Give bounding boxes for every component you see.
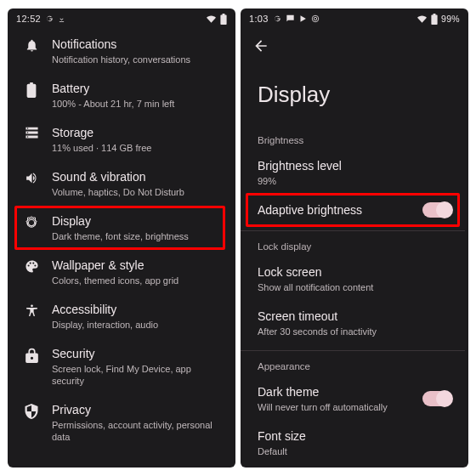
item-subtitle: Colors, themed icons, app grid	[52, 275, 222, 286]
item-subtitle: Volume, haptics, Do Not Disturb	[52, 186, 222, 198]
item-subtitle: 99%	[258, 175, 451, 187]
page-title: Display	[241, 63, 465, 130]
setting-lock-screen[interactable]: Lock screenShow all notification content	[241, 257, 465, 301]
item-title: Storage	[52, 125, 222, 140]
item-subtitle: Notification history, conversations	[52, 54, 222, 65]
back-button[interactable]	[252, 42, 269, 57]
item-title: Security	[52, 346, 222, 361]
item-title: Font size	[258, 428, 451, 444]
svg-point-3	[312, 15, 319, 22]
svg-point-1	[26, 132, 27, 133]
battery-icon	[220, 14, 227, 25]
item-title: Sound & vibration	[52, 169, 222, 184]
section-appearance-label: Appearance	[241, 356, 465, 377]
item-subtitle: Show all notification content	[258, 281, 451, 293]
auth-icon	[311, 14, 320, 23]
display-content[interactable]: Display Brightness Brightness level99% A…	[241, 29, 468, 468]
settings-item-privacy[interactable]: PrivacyPermissions, account activity, pe…	[8, 394, 232, 450]
item-title: Screen timeout	[258, 309, 451, 324]
svg-point-4	[314, 17, 316, 20]
battery-icon	[20, 82, 43, 98]
messages-icon	[286, 14, 295, 23]
status-battery-pct: 99%	[441, 14, 460, 24]
settings-item-battery[interactable]: Battery100% - About 21 hr, 7 min left	[8, 73, 232, 117]
settings-item-wallpaper[interactable]: Wallpaper & styleColors, themed icons, a…	[8, 250, 232, 294]
settings-item-security[interactable]: SecurityScreen lock, Find My Device, app…	[8, 338, 232, 394]
setting-adaptive-brightness[interactable]: Adaptive brightness	[241, 195, 465, 225]
svg-point-0	[26, 128, 27, 128]
settings-item-notifications[interactable]: NotificationsNotification history, conve…	[8, 29, 232, 73]
google-icon	[45, 14, 54, 23]
item-subtitle: Screen lock, Find My Device, app securit…	[52, 363, 222, 387]
dark-theme-toggle[interactable]	[422, 391, 451, 406]
shield-icon	[20, 404, 43, 419]
status-bar: 12:52	[8, 8, 235, 29]
status-time: 12:52	[16, 14, 41, 24]
bell-icon	[20, 38, 43, 53]
battery-icon	[431, 14, 438, 25]
item-subtitle: Will never turn off automatically	[258, 401, 416, 413]
display-settings-screen: 1:03 99% Display Brightness Brightness l…	[241, 8, 468, 468]
item-title: Dark theme	[258, 384, 416, 400]
palette-icon	[20, 259, 43, 274]
divider	[241, 230, 465, 231]
setting-brightness-level[interactable]: Brightness level99%	[241, 150, 465, 195]
settings-item-display[interactable]: DisplayDark theme, font size, brightness	[8, 206, 232, 250]
settings-item-storage[interactable]: Storage11% used · 114 GB free	[8, 117, 232, 162]
item-subtitle: Display, interaction, audio	[52, 319, 222, 331]
item-subtitle: After 30 seconds of inactivity	[258, 326, 451, 337]
storage-icon	[20, 127, 43, 139]
item-subtitle: 100% - About 21 hr, 7 min left	[52, 98, 222, 110]
setting-font-size[interactable]: Font sizeDefault	[241, 421, 465, 465]
item-title: Lock screen	[258, 264, 451, 280]
item-subtitle: Dark theme, font size, brightness	[52, 230, 222, 242]
settings-screen: 12:52 NotificationsNotification history,…	[8, 8, 235, 468]
lock-icon	[20, 348, 43, 363]
item-title: Accessibility	[52, 302, 222, 317]
download-icon	[58, 15, 65, 23]
accessibility-icon	[20, 303, 43, 318]
svg-point-2	[26, 136, 27, 137]
item-title: Display	[52, 213, 222, 229]
divider	[241, 350, 465, 351]
setting-dark-theme[interactable]: Dark themeWill never turn off automatica…	[241, 377, 465, 421]
section-brightness-label: Brightness	[241, 130, 465, 150]
item-title: Notifications	[52, 37, 222, 52]
wifi-icon	[206, 14, 217, 24]
item-title: Wallpaper & style	[52, 258, 222, 273]
item-title: Adaptive brightness	[258, 202, 416, 218]
wifi-icon	[416, 14, 428, 24]
item-subtitle: Default	[258, 445, 451, 457]
item-title: Brightness level	[258, 158, 451, 173]
setting-screen-timeout[interactable]: Screen timeoutAfter 30 seconds of inacti…	[241, 301, 465, 345]
adaptive-brightness-toggle[interactable]	[422, 202, 451, 218]
speaker-icon	[20, 171, 43, 185]
item-title: Battery	[52, 81, 222, 96]
item-subtitle: 11% used · 114 GB free	[52, 142, 222, 154]
play-icon	[299, 14, 307, 23]
item-subtitle: Permissions, account activity, personal …	[52, 419, 222, 443]
status-time: 1:03	[249, 14, 269, 24]
settings-item-accessibility[interactable]: AccessibilityDisplay, interaction, audio	[8, 294, 232, 338]
google-icon	[273, 14, 281, 23]
item-title: Privacy	[52, 402, 222, 417]
settings-item-sound[interactable]: Sound & vibrationVolume, haptics, Do Not…	[8, 162, 232, 206]
settings-list[interactable]: NotificationsNotification history, conve…	[8, 29, 235, 468]
section-lock-label: Lock display	[241, 236, 465, 257]
status-bar: 1:03 99%	[241, 8, 468, 29]
brightness-icon	[20, 215, 43, 230]
